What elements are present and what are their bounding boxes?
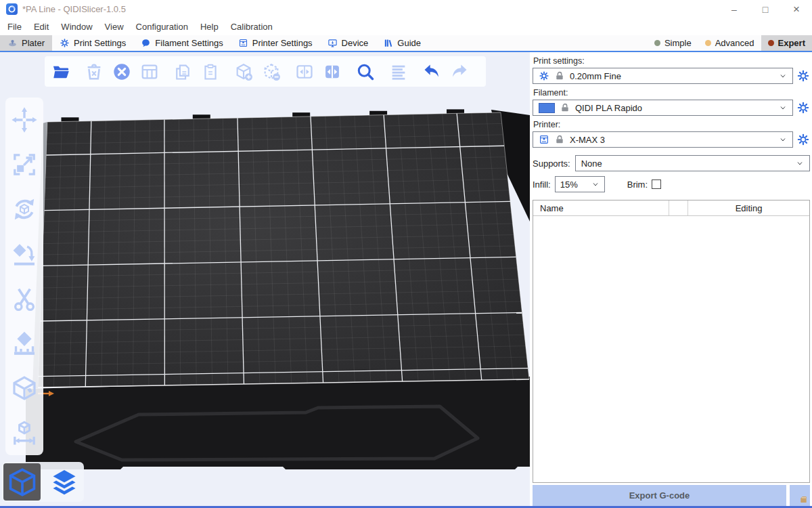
- print-settings-gear-button[interactable]: [796, 69, 810, 83]
- tab-filament-settings[interactable]: Filament Settings: [133, 35, 230, 51]
- app-logo-icon: [6, 3, 18, 15]
- menu-window[interactable]: Window: [55, 18, 98, 35]
- move-icon[interactable]: [11, 106, 38, 133]
- tab-label: Device: [342, 38, 369, 48]
- chevron-down-icon: [779, 72, 787, 80]
- advanced-mode-dot-icon: [705, 40, 711, 46]
- chevron-down-icon: [591, 180, 600, 188]
- filament-gear-button[interactable]: [796, 101, 810, 114]
- arrange-icon[interactable]: [139, 62, 160, 82]
- chevron-down-icon: [779, 104, 787, 112]
- paste-icon[interactable]: [200, 62, 221, 82]
- maximize-button[interactable]: □: [750, 0, 781, 18]
- mode-simple[interactable]: Simple: [648, 35, 698, 51]
- menu-file[interactable]: File: [1, 18, 28, 35]
- menu-bar: File Edit Window View Configuration Help…: [0, 18, 812, 35]
- mode-expert[interactable]: Expert: [761, 35, 812, 51]
- place-on-face-icon[interactable]: [11, 240, 38, 268]
- add-instance-icon[interactable]: [233, 62, 254, 82]
- view-toggle-group: [2, 462, 84, 502]
- close-button[interactable]: ×: [781, 0, 812, 18]
- minimize-button[interactable]: –: [719, 0, 750, 18]
- printer-select[interactable]: X-MAX 3: [533, 131, 793, 148]
- menu-configuration[interactable]: Configuration: [130, 18, 194, 35]
- remove-instance-icon[interactable]: [261, 62, 281, 82]
- chevron-down-icon: [796, 159, 804, 167]
- split-parts-icon[interactable]: [322, 62, 342, 82]
- app-window: *PA Line - QIDISlicer-1.0.5 – □ × File E…: [0, 0, 812, 508]
- expert-mode-dot-icon: [768, 40, 774, 46]
- seam-icon[interactable]: [11, 375, 38, 402]
- printer-label: Printer:: [533, 120, 810, 129]
- print-settings-select[interactable]: 0.20mm Fine: [533, 68, 793, 84]
- printer-gear-button[interactable]: [796, 133, 810, 146]
- printer-icon: [539, 134, 549, 145]
- gear-icon: [539, 70, 549, 81]
- scale-icon[interactable]: [11, 151, 38, 178]
- gizmo-toolbar: [5, 98, 43, 455]
- export-gcode-button[interactable]: Export G-code: [533, 485, 786, 506]
- split-objects-icon[interactable]: [294, 62, 315, 82]
- preview-view-icon[interactable]: [45, 463, 83, 501]
- infill-label: Infill:: [533, 179, 551, 190]
- rotate-icon[interactable]: [11, 196, 38, 223]
- cut-icon[interactable]: [11, 285, 38, 312]
- measure-icon[interactable]: [11, 419, 38, 446]
- filament-label: Filament:: [533, 88, 810, 98]
- supports-value: None: [581, 158, 602, 169]
- lock-icon: [560, 102, 570, 113]
- plater-toolbar: [45, 56, 486, 87]
- mode-label: Simple: [664, 38, 692, 48]
- filament-select[interactable]: QIDI PLA Rapido: [533, 100, 793, 116]
- export-removable-button[interactable]: [790, 485, 810, 506]
- menu-edit[interactable]: Edit: [28, 18, 55, 35]
- menu-help[interactable]: Help: [194, 18, 225, 35]
- print-settings-label: Print settings:: [533, 56, 810, 66]
- delete-icon[interactable]: [84, 62, 104, 82]
- mode-switcher: Simple Advanced Expert: [648, 35, 812, 51]
- tab-printer-settings[interactable]: Printer Settings: [231, 35, 320, 51]
- tab-print-settings[interactable]: Print Settings: [52, 35, 133, 51]
- search-icon[interactable]: [355, 62, 376, 82]
- lock-icon: [554, 134, 565, 145]
- tab-guide[interactable]: Guide: [376, 35, 428, 51]
- undo-icon[interactable]: [422, 62, 442, 82]
- lock-icon: [554, 70, 565, 81]
- tab-label: Guide: [397, 38, 421, 48]
- settings-sidebar: Print settings: 0.20mm Fine Filament: QI…: [530, 52, 812, 508]
- plater-icon: [7, 38, 18, 48]
- column-spacer: [669, 200, 687, 215]
- tab-device[interactable]: Device: [320, 35, 376, 51]
- tab-plater[interactable]: Plater: [0, 35, 52, 51]
- supports-select[interactable]: None: [575, 155, 810, 171]
- menu-calibration[interactable]: Calibration: [225, 18, 279, 35]
- copy-icon[interactable]: [173, 62, 193, 82]
- mode-label: Expert: [778, 38, 805, 48]
- viewport-3d[interactable]: [0, 52, 530, 508]
- paint-supports-icon[interactable]: [11, 330, 38, 357]
- filament-value: QIDI PLA Rapido: [575, 103, 642, 113]
- tab-label: Printer Settings: [252, 38, 313, 48]
- open-folder-icon[interactable]: [51, 62, 71, 82]
- filament-icon: [141, 38, 151, 48]
- tab-label: Print Settings: [74, 38, 126, 48]
- chevron-down-icon: [779, 135, 787, 144]
- infill-select[interactable]: 15%: [555, 176, 605, 192]
- redo-icon[interactable]: [449, 62, 470, 82]
- simple-mode-dot-icon: [654, 40, 660, 46]
- supports-label: Supports:: [533, 158, 570, 169]
- printer-value: X-MAX 3: [570, 135, 605, 145]
- guide-icon: [383, 38, 393, 48]
- device-icon: [328, 38, 338, 48]
- mode-advanced[interactable]: Advanced: [698, 35, 761, 51]
- menu-view[interactable]: View: [99, 18, 130, 35]
- object-list-table: Name Editing: [533, 200, 810, 483]
- delete-all-icon[interactable]: [112, 62, 132, 82]
- object-list-header: Name Editing: [533, 200, 809, 216]
- 3d-editor-view-icon[interactable]: [3, 463, 41, 501]
- window-title: *PA Line - QIDISlicer-1.0.5: [22, 4, 126, 14]
- object-list-body[interactable]: [533, 216, 809, 482]
- brim-checkbox[interactable]: [652, 179, 661, 189]
- filament-color-swatch: [539, 103, 555, 113]
- variable-layer-height-icon[interactable]: [388, 62, 409, 82]
